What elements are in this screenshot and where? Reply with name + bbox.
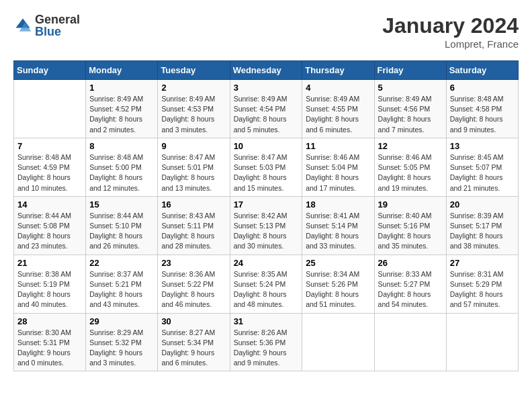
calendar-cell: 17Sunrise: 8:42 AMSunset: 5:13 PMDayligh… (230, 196, 302, 255)
weekday-header-wednesday: Wednesday (230, 61, 302, 80)
calendar-cell: 28Sunrise: 8:30 AMSunset: 5:31 PMDayligh… (14, 313, 86, 371)
day-info: Sunrise: 8:43 AMSunset: 5:11 PMDaylight:… (161, 211, 226, 252)
weekday-header-row: SundayMondayTuesdayWednesdayThursdayFrid… (14, 61, 519, 80)
day-number: 5 (378, 83, 443, 93)
weekday-header-monday: Monday (86, 61, 158, 80)
day-number: 8 (89, 141, 154, 151)
calendar-week-row: 14Sunrise: 8:44 AMSunset: 5:08 PMDayligh… (14, 196, 519, 255)
day-info: Sunrise: 8:47 AMSunset: 5:03 PMDaylight:… (234, 152, 299, 193)
weekday-header-friday: Friday (374, 61, 446, 80)
day-info: Sunrise: 8:44 AMSunset: 5:10 PMDaylight:… (89, 211, 154, 252)
calendar-cell: 3Sunrise: 8:49 AMSunset: 4:54 PMDaylight… (230, 80, 302, 138)
day-number: 24 (234, 258, 299, 268)
day-info: Sunrise: 8:30 AMSunset: 5:31 PMDaylight:… (17, 328, 82, 369)
day-number: 20 (450, 199, 515, 210)
day-number: 30 (161, 316, 226, 326)
calendar-table: SundayMondayTuesdayWednesdayThursdayFrid… (13, 60, 519, 371)
day-info: Sunrise: 8:41 AMSunset: 5:14 PMDaylight:… (306, 211, 370, 252)
day-info: Sunrise: 8:35 AMSunset: 5:24 PMDaylight:… (234, 269, 299, 310)
day-info: Sunrise: 8:48 AMSunset: 4:58 PMDaylight:… (450, 94, 515, 135)
calendar-cell: 4Sunrise: 8:49 AMSunset: 4:55 PMDaylight… (302, 80, 374, 138)
day-number: 3 (234, 83, 299, 93)
day-number: 16 (161, 199, 226, 210)
location: Lompret, France (382, 38, 519, 50)
calendar-cell (446, 313, 518, 371)
calendar-cell: 24Sunrise: 8:35 AMSunset: 5:24 PMDayligh… (230, 255, 302, 313)
day-number: 23 (161, 258, 226, 268)
day-info: Sunrise: 8:27 AMSunset: 5:34 PMDaylight:… (161, 328, 226, 369)
day-number: 2 (161, 83, 226, 93)
day-number: 13 (450, 141, 515, 151)
calendar-cell: 8Sunrise: 8:48 AMSunset: 5:00 PMDaylight… (86, 138, 158, 196)
month-title: January 2024 (382, 13, 519, 38)
day-info: Sunrise: 8:26 AMSunset: 5:36 PMDaylight:… (234, 328, 299, 369)
day-info: Sunrise: 8:49 AMSunset: 4:54 PMDaylight:… (234, 94, 299, 135)
calendar-cell: 21Sunrise: 8:38 AMSunset: 5:19 PMDayligh… (14, 255, 86, 313)
calendar-cell: 12Sunrise: 8:46 AMSunset: 5:05 PMDayligh… (374, 138, 446, 196)
calendar-cell: 27Sunrise: 8:31 AMSunset: 5:29 PMDayligh… (446, 255, 518, 313)
day-info: Sunrise: 8:49 AMSunset: 4:53 PMDaylight:… (161, 94, 226, 135)
day-info: Sunrise: 8:36 AMSunset: 5:22 PMDaylight:… (161, 269, 226, 310)
calendar-cell: 15Sunrise: 8:44 AMSunset: 5:10 PMDayligh… (86, 196, 158, 255)
calendar-cell: 2Sunrise: 8:49 AMSunset: 4:53 PMDaylight… (158, 80, 230, 138)
logo: General Blue (13, 13, 80, 38)
day-number: 28 (17, 316, 82, 326)
day-info: Sunrise: 8:47 AMSunset: 5:01 PMDaylight:… (161, 152, 226, 193)
calendar-cell: 16Sunrise: 8:43 AMSunset: 5:11 PMDayligh… (158, 196, 230, 255)
logo-text: General Blue (35, 13, 80, 38)
day-info: Sunrise: 8:33 AMSunset: 5:27 PMDaylight:… (378, 269, 443, 310)
day-number: 11 (306, 141, 370, 151)
weekday-header-tuesday: Tuesday (158, 61, 230, 80)
calendar-cell: 23Sunrise: 8:36 AMSunset: 5:22 PMDayligh… (158, 255, 230, 313)
day-info: Sunrise: 8:37 AMSunset: 5:21 PMDaylight:… (89, 269, 154, 310)
day-number: 7 (17, 141, 82, 151)
calendar-cell: 22Sunrise: 8:37 AMSunset: 5:21 PMDayligh… (86, 255, 158, 313)
calendar-cell: 11Sunrise: 8:46 AMSunset: 5:04 PMDayligh… (302, 138, 374, 196)
day-number: 18 (306, 199, 370, 210)
day-number: 10 (234, 141, 299, 151)
day-number: 19 (378, 199, 443, 210)
day-info: Sunrise: 8:40 AMSunset: 5:16 PMDaylight:… (378, 211, 443, 252)
calendar-week-row: 21Sunrise: 8:38 AMSunset: 5:19 PMDayligh… (14, 255, 519, 313)
day-info: Sunrise: 8:49 AMSunset: 4:55 PMDaylight:… (306, 94, 370, 135)
day-info: Sunrise: 8:39 AMSunset: 5:17 PMDaylight:… (450, 211, 515, 252)
day-number: 6 (450, 83, 515, 93)
calendar-cell: 18Sunrise: 8:41 AMSunset: 5:14 PMDayligh… (302, 196, 374, 255)
calendar-cell: 7Sunrise: 8:48 AMSunset: 4:59 PMDaylight… (14, 138, 86, 196)
day-number: 12 (378, 141, 443, 151)
day-info: Sunrise: 8:46 AMSunset: 5:04 PMDaylight:… (306, 152, 370, 193)
weekday-header-saturday: Saturday (446, 61, 518, 80)
day-info: Sunrise: 8:48 AMSunset: 4:59 PMDaylight:… (17, 152, 82, 193)
day-number: 22 (89, 258, 154, 268)
calendar-cell: 31Sunrise: 8:26 AMSunset: 5:36 PMDayligh… (230, 313, 302, 371)
calendar-cell: 1Sunrise: 8:49 AMSunset: 4:52 PMDaylight… (86, 80, 158, 138)
title-area: January 2024 Lompret, France (382, 13, 519, 50)
day-number: 1 (89, 83, 154, 93)
day-number: 26 (378, 258, 443, 268)
calendar-cell: 14Sunrise: 8:44 AMSunset: 5:08 PMDayligh… (14, 196, 86, 255)
calendar-week-row: 7Sunrise: 8:48 AMSunset: 4:59 PMDaylight… (14, 138, 519, 196)
day-number: 9 (161, 141, 226, 151)
day-info: Sunrise: 8:48 AMSunset: 5:00 PMDaylight:… (89, 152, 154, 193)
day-number: 4 (306, 83, 370, 93)
calendar-cell: 26Sunrise: 8:33 AMSunset: 5:27 PMDayligh… (374, 255, 446, 313)
calendar-cell (374, 313, 446, 371)
logo-general-text: General (35, 13, 80, 26)
day-info: Sunrise: 8:45 AMSunset: 5:07 PMDaylight:… (450, 152, 515, 193)
calendar-cell (14, 80, 86, 138)
day-number: 21 (17, 258, 82, 268)
day-number: 17 (234, 199, 299, 210)
day-info: Sunrise: 8:42 AMSunset: 5:13 PMDaylight:… (234, 211, 299, 252)
calendar-cell: 13Sunrise: 8:45 AMSunset: 5:07 PMDayligh… (446, 138, 518, 196)
weekday-header-sunday: Sunday (14, 61, 86, 80)
calendar-cell: 20Sunrise: 8:39 AMSunset: 5:17 PMDayligh… (446, 196, 518, 255)
calendar-cell: 25Sunrise: 8:34 AMSunset: 5:26 PMDayligh… (302, 255, 374, 313)
day-info: Sunrise: 8:29 AMSunset: 5:32 PMDaylight:… (89, 328, 154, 369)
day-info: Sunrise: 8:49 AMSunset: 4:52 PMDaylight:… (89, 94, 154, 135)
logo-icon (13, 16, 32, 35)
calendar-cell: 9Sunrise: 8:47 AMSunset: 5:01 PMDaylight… (158, 138, 230, 196)
calendar-week-row: 1Sunrise: 8:49 AMSunset: 4:52 PMDaylight… (14, 80, 519, 138)
day-info: Sunrise: 8:44 AMSunset: 5:08 PMDaylight:… (17, 211, 82, 252)
page-header: General Blue January 2024 Lompret, Franc… (13, 13, 519, 50)
calendar-cell (302, 313, 374, 371)
